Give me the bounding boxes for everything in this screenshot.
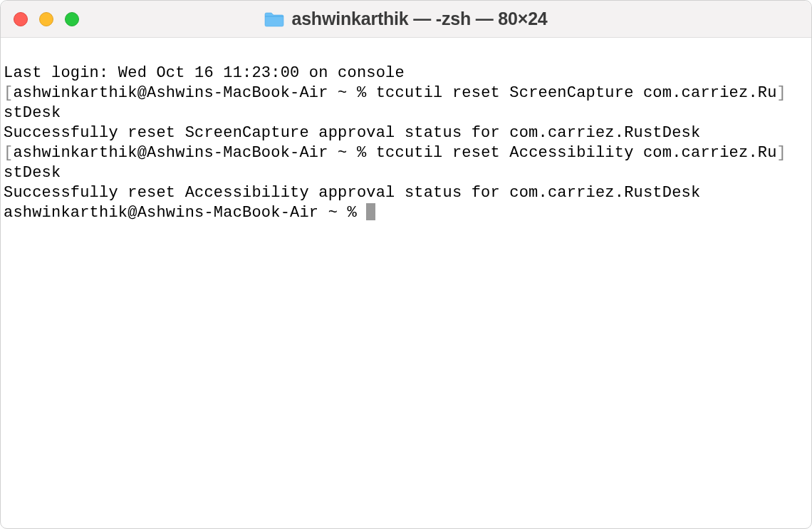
result1-line: Successfully reset ScreenCapture approva… [4,123,808,143]
bracket-close: ] [777,84,786,102]
window-titlebar: ashwinkarthik — -zsh — 80×24 [1,1,811,38]
cmd1-wrap-line: stDesk [4,103,808,123]
maximize-button[interactable] [65,12,79,26]
minimize-button[interactable] [39,12,53,26]
cursor [366,203,375,220]
prompt: ashwinkarthik@Ashwins-MacBook-Air ~ % [13,84,375,102]
bracket-close: ] [777,144,786,162]
prompt-final: ashwinkarthik@Ashwins-MacBook-Air ~ % [4,204,366,222]
cmd1-line: [ashwinkarthik@Ashwins-MacBook-Air ~ % t… [4,83,808,103]
cmd2-line: [ashwinkarthik@Ashwins-MacBook-Air ~ % t… [4,143,808,163]
prompt-line: ashwinkarthik@Ashwins-MacBook-Air ~ % [4,203,808,223]
window-title: ashwinkarthik — -zsh — 80×24 [291,9,547,29]
cmd2-wrap-line: stDesk [4,163,808,183]
last-login-line: Last login: Wed Oct 16 11:23:00 on conso… [4,63,808,83]
prompt: ashwinkarthik@Ashwins-MacBook-Air ~ % [13,144,375,162]
folder-icon [264,11,284,27]
result2-line: Successfully reset Accessibility approva… [4,183,808,203]
title-wrap: ashwinkarthik — -zsh — 80×24 [1,9,811,29]
close-button[interactable] [14,12,28,26]
bracket-open: [ [4,84,13,102]
cmd1-text: tccutil reset ScreenCapture com.carriez.… [376,84,777,102]
traffic-lights [14,12,79,26]
cmd2-text: tccutil reset Accessibility com.carriez.… [376,144,777,162]
bracket-open: [ [4,144,13,162]
terminal-output[interactable]: Last login: Wed Oct 16 11:23:00 on conso… [1,38,811,243]
